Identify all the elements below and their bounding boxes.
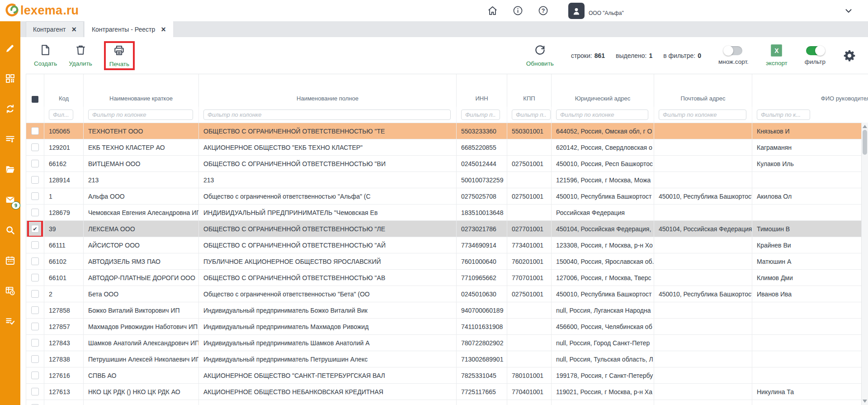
table-row[interactable]: 2Бета ООООбщество с ограниченной ответст… [26,286,868,302]
column-header-postal[interactable]: Почтовый адрес [654,74,752,107]
row-checkbox-cell: ✔ [26,221,44,237]
filter-input-legal[interactable] [556,110,648,120]
row-checkbox[interactable] [31,176,39,184]
row-checkbox[interactable] [31,274,39,281]
info-icon[interactable] [512,5,524,16]
table-row[interactable]: 129201ЕКБ ТЕХНО КЛАСТЕР АОАКЦИОНЕРНОЕ ОБ… [26,139,868,156]
svg-text:?: ? [542,8,545,14]
cell-short: СПВБ АО [84,367,199,383]
chevron-down-icon[interactable] [844,6,854,16]
table-row[interactable]: 105065ТЕХНОТЕНТ ООООБЩЕСТВО С ОГРАНИЧЕНН… [26,123,868,139]
column-header-inn[interactable]: ИНН [457,74,507,107]
table-row[interactable]: 1Альфа ООООбщество с ограниченной ответс… [26,188,868,205]
row-checkbox[interactable] [31,388,39,395]
tab-close-icon[interactable]: × [161,25,166,33]
tasks-icon[interactable] [5,316,15,326]
table-row[interactable]: 128679Чемовская Евгения Алесандровна ИПИ… [26,205,868,221]
row-checkbox[interactable] [31,192,39,200]
cell-code: 127838 [44,351,84,367]
scroll-up-arrow-icon[interactable] [863,125,867,128]
column-header-code[interactable]: Код [44,74,84,107]
cell-fio [752,367,868,383]
scrollbar-thumb[interactable] [863,130,867,155]
filter-input-full[interactable] [203,110,451,120]
row-checkbox[interactable] [31,209,39,216]
row-checkbox[interactable] [31,160,39,167]
help-icon[interactable]: ? [538,5,549,16]
filter-input-fio[interactable] [757,110,810,120]
cell-full: ИНДИВИДУАЛЬНЫЙ ПРЕДПРИНИМАТЕЛЬ "Чемовска… [199,205,457,220]
table-row[interactable]: 127404Махмадов Ривожидин Наботович ИПИнд… [26,400,868,405]
export-button[interactable]: X экспорт [766,44,788,67]
cell-full: Общество с ограниченной ответственностью… [199,188,457,204]
row-checkbox[interactable] [31,143,39,151]
search-icon[interactable] [5,225,15,235]
data-grid: КодНаименование краткоеНаименование полн… [26,74,868,405]
folder-icon[interactable] [5,164,15,175]
mail-icon[interactable]: 9 [5,195,15,205]
column-header-fio[interactable]: ФИО руководителя [752,74,868,107]
refresh-button[interactable]: Обновить [526,44,554,67]
calendar-icon[interactable] [5,255,15,266]
qr-code-icon[interactable] [5,73,15,84]
cell-code: 66162 [44,156,84,172]
trash-icon [75,44,87,58]
user-avatar[interactable] [568,3,585,19]
delete-button[interactable]: Удалить [69,44,92,67]
settings-gear-icon[interactable] [843,49,856,62]
brand-logo[interactable]: lexema.ru [5,2,79,19]
cell-legal: 456600, Россия, Челябинская об [552,319,654,334]
tab-label: Контрагент [33,26,66,33]
multisort-toggle[interactable] [724,46,742,55]
home-icon[interactable] [487,5,498,16]
select-all-checkbox[interactable] [32,96,38,103]
scroll-down-arrow-icon[interactable] [863,400,867,403]
table-row[interactable]: 127838Петрушишин Алексей Николаевич ИПИн… [26,351,868,367]
filter-input-inn[interactable] [461,110,500,120]
tab-close-icon[interactable]: × [71,25,76,33]
column-header-short[interactable]: Наименование краткое [84,74,199,107]
row-checkbox[interactable] [31,339,39,347]
table-row[interactable]: 66102АВТОДИЗЕЛЬ ЯМЗ ПАОПУБЛИЧНОЕ АКЦИОНЕ… [26,253,868,270]
table-row[interactable]: 127843Шамков Анатолий Александрович ИПИн… [26,335,868,351]
table-row[interactable]: 127857Махмадов Ривожидин Наботович ИПИнд… [26,319,868,335]
row-checkbox[interactable]: ✔ [31,225,39,233]
filter-input-short[interactable] [88,110,193,120]
table-row[interactable]: 127613НКО ЦК РДК () НКО ЦК РДК АОАКЦИОНЕ… [26,384,868,400]
report-clock-icon[interactable] [5,286,15,296]
table-row[interactable]: 127616СПВБ АОАКЦИОНЕРНОЕ ОБЩЕСТВО "САНКТ… [26,367,868,384]
row-checkbox[interactable] [31,306,39,314]
cell-legal: 123308, Россия, г Москва, р-н Хо [552,237,654,253]
cell-code: 127616 [44,367,84,383]
list-download-icon[interactable] [5,134,15,144]
table-row[interactable]: 66101АВТОДОР-ПЛАТНЫЕ ДОРОГИ ООООБЩЕСТВО … [26,270,868,286]
column-header-legal[interactable]: Юридический адрес [552,74,654,107]
filter-input-code[interactable] [49,110,73,120]
pencil-icon[interactable] [5,43,15,53]
tab-kontragent[interactable]: Контрагент × [26,21,84,37]
tab-kontragenty-reestr[interactable]: Контрагенты - Реестр × [85,21,173,37]
print-button[interactable]: Печать [109,44,129,67]
row-checkbox[interactable] [31,127,39,135]
table-row[interactable]: ✔39ЛЕКСЕМА ООООБЩЕСТВО С ОГРАНИЧЕННОЙ ОТ… [26,221,868,237]
table-row[interactable]: 128914213213500100732259121596, Россия, … [26,172,868,188]
table-row[interactable]: 66162ВИТЦЕМАН ООООБЩЕСТВО С ОГРАНИЧЕННОЙ… [26,156,868,172]
cell-postal [654,123,752,139]
create-button[interactable]: Создать [34,44,57,67]
sync-icon[interactable] [5,104,15,114]
table-row[interactable]: 66111АЙСИСТОР ООООБЩЕСТВО С ОГРАНИЧЕННОЙ… [26,237,868,253]
column-header-full[interactable]: Наименование полное [199,74,457,107]
filter-input-postal[interactable] [659,110,746,120]
row-checkbox[interactable] [31,290,39,298]
row-checkbox[interactable] [31,355,39,363]
row-checkbox[interactable] [31,257,39,265]
row-checkbox[interactable] [31,241,39,249]
infilter-count-label: в фильтре: [663,52,695,59]
row-checkbox[interactable] [31,372,39,379]
filter-input-kpp[interactable] [512,110,551,120]
filter-toggle[interactable] [806,46,824,55]
vertical-scrollbar[interactable] [861,123,868,405]
column-header-kpp[interactable]: КПП [507,74,552,107]
row-checkbox[interactable] [31,323,39,330]
table-row[interactable]: 127858Божко Виталий Викторович ИПИндивид… [26,302,868,319]
